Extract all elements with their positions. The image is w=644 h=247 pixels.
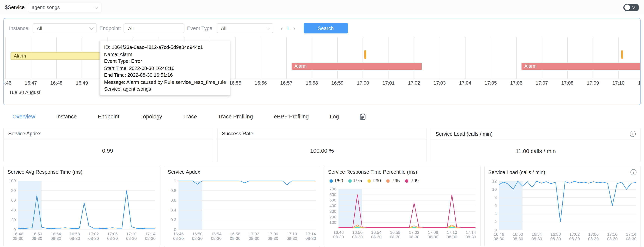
filter-row: Instance: All Endpoint: Event Type: All … (4, 23, 640, 34)
svg-text:40: 40 (11, 208, 16, 212)
svg-text:17:1008-30: 17:1008-30 (607, 232, 617, 241)
legend-item[interactable]: P90 (367, 178, 381, 183)
stat-unit: % (329, 147, 334, 154)
svg-text:0.8: 0.8 (170, 188, 176, 193)
svg-text:2: 2 (494, 219, 496, 224)
time-tick-label: 17:10 (612, 80, 624, 86)
time-tick-label: 17:05 (484, 80, 497, 86)
time-tick-label: 16:49 (76, 80, 88, 86)
card-title: Service Apdex (8, 131, 41, 136)
legend-label: P95 (392, 178, 400, 183)
chart-card-avg-response-time: Service Avg Response Time (ms) 100806040… (4, 166, 160, 247)
tab-trace-profiling[interactable]: Trace Profiling (218, 114, 253, 120)
tooltip-line: Event Type: Error (104, 58, 226, 65)
svg-text:0: 0 (174, 227, 176, 232)
legend-item[interactable]: P50 (330, 178, 343, 183)
version-toggle[interactable]: V (623, 4, 639, 11)
next-page-icon[interactable]: › (293, 25, 295, 31)
line-chart[interactable]: 10080604020016:4608-3016:5008-3016:5408-… (4, 177, 160, 243)
event-type-select[interactable]: All (217, 23, 273, 33)
svg-text:16:4608-30: 16:4608-30 (333, 230, 344, 239)
svg-text:17:1008-30: 17:1008-30 (126, 231, 136, 241)
svg-text:17:1408-30: 17:1408-30 (466, 230, 476, 239)
legend-label: P75 (354, 178, 362, 183)
alarm-event-bar[interactable]: Alarm (521, 63, 640, 70)
svg-text:0: 0 (14, 227, 16, 232)
time-tick-label: 17:06 (510, 80, 522, 86)
line-chart[interactable]: 12108642016:4608-3016:5008-3016:5408-301… (484, 177, 640, 243)
time-tick-label: 17:11 (638, 80, 640, 86)
svg-text:16:5408-30: 16:5408-30 (50, 231, 61, 241)
time-tick-label: 16:57 (280, 80, 292, 86)
event-type-select-value: All (221, 25, 226, 31)
tooltip-line: Message: Alarm caused by Rule service_re… (104, 79, 226, 86)
svg-text:16:4608-30: 16:4608-30 (13, 231, 23, 241)
legend-item[interactable]: P99 (405, 178, 419, 183)
svg-text:16:5008-30: 16:5008-30 (192, 231, 202, 241)
stat-unit: calls / min (531, 148, 556, 154)
clipboard-icon[interactable] (360, 113, 366, 120)
tab-log[interactable]: Log (330, 114, 339, 120)
tab-bar: Overview Instance Endpoint Topology Trac… (4, 111, 640, 122)
time-tick-label: 17:03 (434, 80, 446, 86)
svg-text:8: 8 (494, 195, 496, 200)
alarm-event-bar[interactable]: Alarm (292, 63, 422, 70)
svg-text:17:1408-30: 17:1408-30 (145, 231, 156, 241)
chart-card-row: Service Avg Response Time (ms) 100806040… (4, 166, 640, 247)
stat-value: 0.99 (102, 147, 113, 154)
service-select[interactable]: agent::songs (28, 3, 101, 12)
instance-select[interactable]: All (33, 23, 96, 33)
svg-text:1: 1 (174, 178, 176, 183)
event-marker[interactable] (621, 50, 623, 59)
svg-text:4: 4 (494, 211, 496, 216)
svg-text:16:4608-30: 16:4608-30 (173, 231, 184, 241)
chart-legend: P50P75P90P95P99 (324, 177, 480, 185)
tab-trace[interactable]: Trace (183, 114, 197, 120)
tooltip-line: ID: 1064f23a-6eac-4812-a7cd-5d9a84d944c1 (104, 44, 226, 51)
tab-instance[interactable]: Instance (56, 114, 77, 120)
prev-page-icon[interactable]: ‹ (281, 25, 283, 31)
event-timeline[interactable]: 16:4616:4716:4816:4916:5016:5116:5216:53… (4, 37, 640, 102)
card-title: Success Rate (222, 131, 253, 136)
tab-topology[interactable]: Topology (140, 114, 162, 120)
time-tick-label: 16:59 (331, 80, 344, 86)
legend-item[interactable]: P95 (386, 178, 400, 183)
chart-title: Service Load (calls / min) (488, 169, 545, 175)
tab-endpoint[interactable]: Endpoint (98, 114, 120, 120)
page-number[interactable]: 1 (286, 25, 289, 31)
endpoint-input[interactable] (124, 23, 184, 33)
tab-ebpf-profiling[interactable]: eBPF Profiling (274, 114, 309, 120)
tooltip-line: End Time: 2022-08-30 16:51:16 (104, 72, 226, 79)
event-tooltip: ID: 1064f23a-6eac-4812-a7cd-5d9a84d944c1… (100, 41, 230, 96)
svg-text:17:0608-30: 17:0608-30 (588, 232, 598, 241)
svg-text:80: 80 (11, 188, 16, 193)
chevron-down-icon (266, 26, 270, 30)
info-icon[interactable]: i (630, 169, 636, 175)
time-tick-label: 17:01 (382, 80, 394, 86)
stat-card-row: Service Apdex 0.99 Success Rate 100.00 %… (4, 128, 640, 162)
tab-overview[interactable]: Overview (12, 114, 35, 120)
legend-dot (367, 179, 371, 182)
time-tick-label: 16:58 (306, 80, 318, 86)
time-tick-label: 16:55 (229, 80, 241, 86)
svg-text:16:5408-30: 16:5408-30 (371, 230, 382, 239)
search-button[interactable]: Search (304, 23, 348, 34)
legend-item[interactable]: P75 (348, 178, 362, 183)
svg-text:20: 20 (11, 217, 16, 222)
line-chart[interactable]: 70060050040030020010016:4608-3016:5008-3… (324, 185, 480, 242)
svg-text:100: 100 (9, 178, 16, 183)
stat-value: 11.00 (516, 148, 529, 154)
line-chart[interactable]: 10.80.60.40.2016:4608-3016:5008-3016:540… (164, 177, 320, 243)
endpoint-label: Endpoint: (100, 25, 121, 31)
chart-card-service-load: Service Load (calls / min) i 12108642016… (484, 166, 640, 247)
legend-dot (405, 179, 408, 182)
event-type-label: Event Type: (187, 25, 214, 31)
event-marker[interactable] (364, 50, 366, 59)
svg-text:16:5808-30: 16:5808-30 (550, 232, 560, 241)
info-icon[interactable]: i (630, 131, 636, 137)
instance-select-value: All (37, 25, 42, 31)
time-tick-label: 16:48 (50, 80, 62, 86)
svg-text:16:5008-30: 16:5008-30 (512, 232, 523, 241)
svg-text:17:0608-30: 17:0608-30 (268, 231, 278, 241)
topbar: $Service agent::songs V (0, 0, 644, 15)
